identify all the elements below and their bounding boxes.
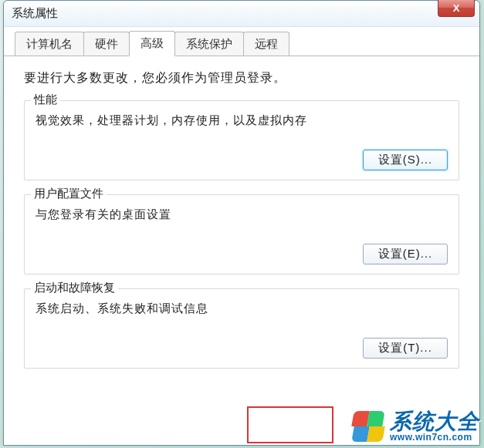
groupbox-desc: 与您登录有关的桌面设置 [36, 207, 448, 222]
startup-recovery-settings-button[interactable]: 设置(T)... [363, 338, 448, 359]
tab-label: 系统保护 [186, 37, 232, 50]
groupbox-title: 启动和故障恢复 [31, 281, 118, 295]
tab-computer-name[interactable]: 计算机名 [15, 32, 84, 56]
tabstrip: 计算机名 硬件 高级 系统保护 远程 [4, 27, 479, 56]
tab-label: 远程 [255, 37, 278, 50]
system-properties-window: 系统属性 X 计算机名 硬件 高级 系统保护 远程 要进行大多数更改，您必须作为… [3, 0, 480, 446]
tab-content-advanced: 要进行大多数更改，您必须作为管理员登录。 性能 视觉效果，处理器计划，内存使用，… [4, 56, 479, 445]
button-row: 设置(T)... [36, 338, 448, 359]
button-row: 设置(S)... [36, 150, 448, 170]
groupbox-user-profiles: 用户配置文件 与您登录有关的桌面设置 设置(E)... [24, 194, 459, 275]
admin-note: 要进行大多数更改，您必须作为管理员登录。 [24, 70, 459, 86]
tab-hardware[interactable]: 硬件 [83, 32, 130, 56]
button-row: 设置(E)... [36, 244, 448, 264]
tab-label: 高级 [140, 36, 164, 49]
tab-remote[interactable]: 远程 [243, 32, 289, 56]
user-profiles-settings-button[interactable]: 设置(E)... [363, 244, 448, 264]
close-button[interactable]: X [438, 0, 475, 17]
tab-system-protection[interactable]: 系统保护 [174, 32, 244, 56]
tab-label: 硬件 [95, 37, 118, 50]
performance-settings-button[interactable]: 设置(S)... [363, 150, 448, 170]
tab-advanced[interactable]: 高级 [129, 31, 175, 56]
groupbox-title: 性能 [31, 93, 60, 107]
groupbox-title: 用户配置文件 [31, 187, 107, 201]
groupbox-performance: 性能 视觉效果，处理器计划，内存使用，以及虚拟内存 设置(S)... [24, 100, 459, 180]
titlebar[interactable]: 系统属性 X [4, 1, 479, 27]
close-icon: X [453, 2, 460, 14]
groupbox-desc: 系统启动、系统失败和调试信息 [36, 301, 448, 316]
groupbox-desc: 视觉效果，处理器计划，内存使用，以及虚拟内存 [36, 113, 448, 128]
window-title: 系统属性 [12, 6, 58, 21]
tab-label: 计算机名 [26, 37, 73, 50]
groupbox-startup-recovery: 启动和故障恢复 系统启动、系统失败和调试信息 设置(T)... [24, 288, 459, 369]
